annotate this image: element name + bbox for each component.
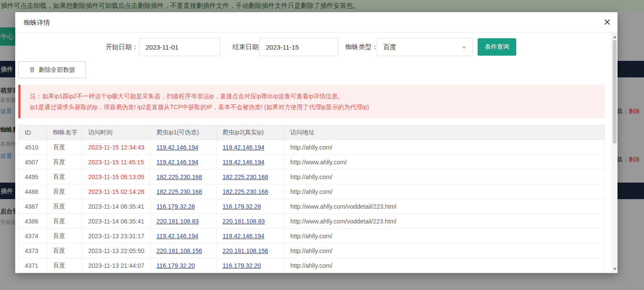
spider-detail-modal: 蜘蛛详情 × 开始日期： 结束日期： 蜘蛛类型： 百度 条件查询 删除全部数据 … <box>15 12 617 273</box>
col-header-visit-time: 访问时间 <box>82 125 150 140</box>
cell-spider-name: 百度 <box>47 229 82 243</box>
cell-visit-url: http://ahlly.com/ <box>284 184 605 199</box>
ip2-link[interactable]: 182.225.230.168 <box>222 188 268 195</box>
col-header-ip2: 爬虫ip2(真实ip) <box>216 125 284 140</box>
cell-ip1: 220.181.108.156 <box>150 243 216 258</box>
cell-id: 4507 <box>19 155 47 170</box>
cell-id: 4510 <box>19 140 47 155</box>
cell-visit-time: 2023-11-15 02:14:28 <box>82 184 150 199</box>
spider-type-select[interactable]: 百度 <box>377 38 473 56</box>
cell-spider-name: 百度 <box>47 243 82 258</box>
table-row: 4488 百度 2023-11-15 02:14:28 182.225.230.… <box>19 184 605 199</box>
cell-visit-time: 2023-11-13 21:44:07 <box>82 258 150 273</box>
cell-id: 4387 <box>19 199 47 214</box>
ip2-link[interactable]: 116.179.32.20 <box>222 262 261 269</box>
cell-visit-time: 2023-11-14 06:35:41 <box>82 199 150 214</box>
ip1-link[interactable]: 182.225.230.168 <box>156 173 202 180</box>
ip1-link[interactable]: 182.225.230.168 <box>156 188 202 195</box>
spider-table-body: 4510 百度 2023-11-15 12:34:43 119.42.146.1… <box>19 140 605 273</box>
start-date-label: 开始日期： <box>102 38 138 56</box>
ip2-link[interactable]: 220.181.108.83 <box>222 218 265 225</box>
ip2-link[interactable]: 116.179.32.28 <box>222 203 261 210</box>
cell-visit-url: http://ahlly.com/ <box>284 170 605 184</box>
cell-spider-name: 百度 <box>47 170 82 184</box>
ip1-link[interactable]: 116.179.32.28 <box>156 203 195 210</box>
cell-id: 4374 <box>19 229 47 243</box>
scrollbar-thumb[interactable] <box>613 40 617 143</box>
cell-ip1: 119.42.146.194 <box>150 229 216 243</box>
delete-all-label: 删除全部数据 <box>39 66 75 74</box>
ip1-link[interactable]: 119.42.146.194 <box>156 159 198 166</box>
cell-spider-name: 百度 <box>47 258 82 273</box>
cell-spider-name: 百度 <box>47 184 82 199</box>
cell-visit-url: http://ahlly.com/ <box>284 229 605 243</box>
trash-icon <box>29 67 35 73</box>
ip1-link[interactable]: 220.181.108.156 <box>156 247 202 254</box>
table-row: 4373 百度 2023-11-13 22:05:50 220.181.108.… <box>19 243 605 258</box>
cell-ip2: 119.42.146.194 <box>216 140 284 155</box>
cell-id: 4373 <box>19 243 47 258</box>
cell-ip2: 116.179.32.20 <box>216 258 284 273</box>
query-button[interactable]: 条件查询 <box>478 38 516 56</box>
cell-ip1: 116.179.32.20 <box>150 258 216 273</box>
ip2-link[interactable]: 182.225.230.168 <box>222 173 268 180</box>
close-icon[interactable]: × <box>604 15 611 30</box>
col-header-spider-name: 蜘蛛名字 <box>47 125 82 140</box>
ip2-link[interactable]: 119.42.146.194 <box>222 233 264 240</box>
scrollbar-up-arrow[interactable] <box>613 36 617 38</box>
cell-id: 4386 <box>19 214 47 229</box>
cell-visit-url: http://www.ahlly.com/ <box>284 155 605 170</box>
cell-visit-time: 2023-11-14 06:35:41 <box>82 214 150 229</box>
cell-id: 4495 <box>19 170 47 184</box>
ip2-link[interactable]: 220.181.108.156 <box>222 247 268 254</box>
delete-all-button[interactable]: 删除全部数据 <box>18 61 86 78</box>
ip1-link[interactable]: 116.179.32.20 <box>156 262 195 269</box>
cell-ip2: 220.181.108.156 <box>216 243 284 258</box>
cell-spider-name: 百度 <box>47 155 82 170</box>
col-header-visit-url: 访问地址 <box>284 125 605 140</box>
cell-visit-url: http://ahlly.com/ <box>284 140 605 155</box>
ip1-link[interactable]: 119.42.146.194 <box>156 233 198 240</box>
spider-type-selected-value: 百度 <box>383 43 396 50</box>
cell-ip1: 119.42.146.194 <box>150 155 216 170</box>
table-row: 4371 百度 2023-11-13 21:44:07 116.179.32.2… <box>19 258 605 273</box>
cell-visit-url: http://ahlly.com/ <box>284 243 605 258</box>
cell-visit-url: http://www.ahlly.com/voddetail/223.html <box>284 214 605 229</box>
cell-id: 4488 <box>19 184 47 199</box>
cell-spider-name: 百度 <box>47 214 82 229</box>
cell-id: 4371 <box>19 258 47 273</box>
screen: 插件可点击卸载，如果想删除插件可卸载后点击删除插件，不要直接删插件文件，手动删除… <box>0 0 644 290</box>
end-date-input[interactable] <box>259 38 338 56</box>
table-row: 4507 百度 2023-11-15 11:45:15 119.42.146.1… <box>19 155 605 170</box>
table-row: 4386 百度 2023-11-14 06:35:41 220.181.108.… <box>19 214 605 229</box>
col-header-id: ID <box>19 125 47 140</box>
cell-ip2: 182.225.230.168 <box>216 170 284 184</box>
notice-box: 注：如果ip1跟ip2不一样这个ip极大可能是采集器，扫描程序等非法ip，直接点… <box>18 85 605 118</box>
ip2-link[interactable]: 119.42.146.194 <box>222 144 264 151</box>
spider-type-label: 蜘蛛类型： <box>342 38 378 56</box>
cell-spider-name: 百度 <box>47 199 82 214</box>
start-date-input[interactable] <box>139 38 220 56</box>
spider-table: ID 蜘蛛名字 访问时间 爬虫ip1(可伪造) 爬虫ip2(真实ip) 访问地址… <box>18 125 605 273</box>
table-row: 4374 百度 2023-11-13 23:31:17 119.42.146.1… <box>19 229 605 243</box>
spider-table-head: ID 蜘蛛名字 访问时间 爬虫ip1(可伪造) 爬虫ip2(真实ip) 访问地址 <box>19 125 605 140</box>
cell-visit-time: 2023-11-15 12:34:43 <box>82 140 150 155</box>
chevron-down-icon <box>462 47 466 49</box>
table-row: 4495 百度 2023-11-15 05:13:05 182.225.230.… <box>19 170 605 184</box>
cell-ip2: 220.181.108.83 <box>216 214 284 229</box>
ip1-link[interactable]: 220.181.108.83 <box>156 218 199 225</box>
cell-ip1: 119.42.146.194 <box>150 140 216 155</box>
ip1-link[interactable]: 119.42.146.194 <box>156 144 198 151</box>
col-header-ip1: 爬虫ip1(可伪造) <box>150 125 216 140</box>
ip2-link[interactable]: 119.42.146.194 <box>222 159 264 166</box>
modal-scrollbar[interactable] <box>611 33 617 273</box>
cell-visit-time: 2023-11-13 23:31:17 <box>82 229 150 243</box>
modal-header: 蜘蛛详情 × <box>15 12 617 33</box>
cell-ip2: 119.42.146.194 <box>216 155 284 170</box>
cell-visit-url: http://www.ahlly.com/voddetail/223.html <box>284 199 605 214</box>
cell-spider-name: 百度 <box>47 140 82 155</box>
cell-ip1: 182.225.230.168 <box>150 170 216 184</box>
cell-ip1: 116.179.32.28 <box>150 199 216 214</box>
cell-ip2: 116.179.32.28 <box>216 199 284 214</box>
scrollbar-down-arrow[interactable] <box>613 268 617 270</box>
